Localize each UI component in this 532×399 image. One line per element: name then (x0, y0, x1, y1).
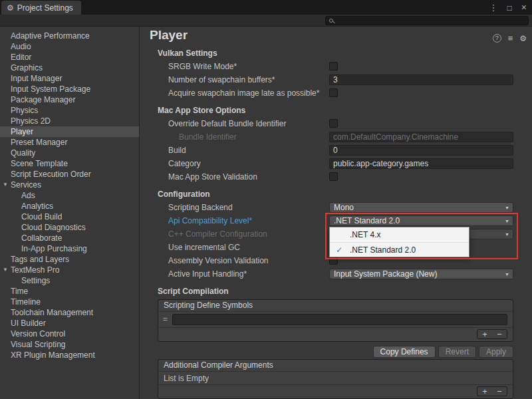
foldout-icon[interactable]: ▼ (3, 265, 8, 275)
sidebar-item-in-app-purchasing[interactable]: In-App Purchasing (0, 243, 139, 254)
settings-gear-icon (7, 3, 14, 13)
help-icon[interactable] (493, 34, 501, 43)
sidebar-item-time[interactable]: Time (0, 286, 139, 297)
dropdown-active-input-handling[interactable]: Input System Package (New)▼ (329, 269, 513, 279)
window-controls (489, 0, 527, 15)
dropdown-scripting-backend[interactable]: Mono▼ (329, 202, 513, 213)
sidebar-item-textmesh-pro[interactable]: ▼TextMesh Pro (0, 265, 139, 275)
additional-compiler-arguments-box: Additional Compiler Arguments List is Em… (158, 359, 513, 399)
field-bundle-identifier[interactable]: com.DefaultCompany.Cinemachine (329, 132, 513, 142)
search-input[interactable] (325, 16, 529, 25)
revert-button[interactable]: Revert (438, 346, 476, 358)
dropdown-api-compatibility-level[interactable]: .NET Standard 2.0▼ (329, 215, 513, 226)
remove-argument-button[interactable]: − (492, 387, 507, 396)
field-number-of-swapchain-buffers[interactable]: 3 (329, 74, 513, 85)
sidebar-item-label: In-App Purchasing (21, 244, 87, 253)
scripting-define-symbols-box: Scripting Define Symbols + − (158, 299, 513, 342)
sidebar-item-ui-builder[interactable]: UI Builder (0, 318, 139, 329)
search-icon (329, 19, 333, 23)
maximize-icon[interactable] (507, 3, 512, 13)
sidebar-item-label: Input System Package (11, 84, 90, 94)
sidebar-item-label: Cloud Diagnostics (21, 223, 86, 232)
kebab-menu-icon[interactable] (489, 3, 498, 13)
api-compatibility-dropdown-menu: .NET 4.x✓.NET Standard 2.0 (329, 227, 469, 257)
toolbar (0, 15, 532, 27)
sidebar-item-services[interactable]: ▼Services (0, 180, 139, 190)
sidebar-item-timeline[interactable]: Timeline (0, 297, 139, 307)
sidebar-item-input-system-package[interactable]: Input System Package (0, 84, 139, 94)
sidebar-item-label: Version Control (11, 329, 65, 338)
close-icon[interactable] (521, 2, 527, 13)
sidebar-item-quality[interactable]: Quality (0, 148, 139, 158)
checkbox-acquire-swapchain-image-late-as-possible[interactable] (329, 88, 338, 97)
field-build[interactable]: 0 (329, 145, 513, 156)
row-label-c-compiler-configuration: C++ Compiler Configuration (168, 229, 267, 239)
sidebar-item-physics-2d[interactable]: Physics 2D (0, 116, 139, 126)
player-settings-panel: Player Vulkan SettingsSRGB Write Mode*Nu… (140, 27, 532, 399)
settings-row-active-input-handling: Active Input Handling*Input System Packa… (140, 267, 532, 281)
option-label: .NET 4.x (350, 230, 380, 239)
sidebar-item-label: Adaptive Performance (11, 31, 90, 41)
checkbox-srgb-write-mode[interactable] (329, 62, 338, 70)
sidebar-item-xr-plugin-management[interactable]: XR Plugin Management (0, 350, 139, 360)
scripting-define-symbols-header: Scripting Define Symbols (158, 300, 513, 312)
row-label-override-default-bundle-identifier: Override Default Bundle Identifier (168, 119, 286, 128)
sidebar-item-physics[interactable]: Physics (0, 105, 139, 116)
settings-row-category: Categorypublic.app-category.games (140, 157, 532, 170)
row-label-acquire-swapchain-image-late-as-possible: Acquire swapchain image late as possible… (168, 88, 319, 98)
sidebar-item-cloud-diagnostics[interactable]: Cloud Diagnostics (0, 222, 139, 233)
window-tab-project-settings[interactable]: Project Settings (1, 1, 81, 15)
sidebar-item-script-execution-order[interactable]: Script Execution Order (0, 169, 139, 180)
checkbox-mac-app-store-validation[interactable] (329, 172, 338, 181)
row-label-active-input-handling: Active Input Handling* (168, 269, 247, 279)
settings-row-number-of-swapchain-buffers: Number of swapchain buffers*3 (140, 73, 532, 86)
dropdown-option-net-standard-2-0[interactable]: ✓.NET Standard 2.0 (330, 242, 469, 257)
sidebar-item-settings[interactable]: Settings (0, 275, 139, 286)
foldout-icon[interactable]: ▼ (3, 180, 8, 190)
sidebar-item-analytics[interactable]: Analytics (0, 201, 139, 211)
sidebar-item-input-manager[interactable]: Input Manager (0, 73, 139, 84)
define-symbol-input[interactable] (172, 314, 507, 325)
sidebar-item-graphics[interactable]: Graphics (0, 63, 139, 73)
add-define-button[interactable]: + (477, 330, 492, 338)
sidebar-item-audio[interactable]: Audio (0, 41, 139, 52)
sidebar-item-tags-and-layers[interactable]: Tags and Layers (0, 254, 139, 265)
sidebar-item-collaborate[interactable]: Collaborate (0, 233, 139, 243)
remove-define-button[interactable]: − (492, 330, 507, 338)
sidebar-item-label: Visual Scripting (11, 340, 66, 349)
sidebar-item-version-control[interactable]: Version Control (0, 329, 139, 339)
dropdown-option-net-4-x[interactable]: .NET 4.x (330, 227, 469, 242)
settings-row-script-compilation: Script Compilation (140, 285, 532, 298)
sidebar-item-package-manager[interactable]: Package Manager (0, 94, 139, 105)
sidebar-item-label: Tags and Layers (11, 255, 69, 264)
sidebar-item-label: Package Manager (11, 95, 75, 104)
field-category[interactable]: public.app-category.games (329, 158, 513, 169)
sidebar-item-label: XR Plugin Management (11, 350, 95, 360)
presets-icon[interactable] (508, 33, 513, 43)
sidebar-item-label: Input Manager (11, 74, 62, 83)
row-label-build: Build (168, 146, 186, 155)
checkbox-override-default-bundle-identifier[interactable] (329, 119, 338, 128)
add-argument-button[interactable]: + (477, 387, 492, 396)
sidebar-item-player[interactable]: Player (0, 126, 139, 137)
row-label-assembly-version-validation: Assembly Version Validation (168, 256, 269, 265)
sidebar-item-label: Physics 2D (11, 116, 51, 126)
apply-button[interactable]: Apply (479, 346, 513, 358)
sidebar-item-editor[interactable]: Editor (0, 52, 139, 63)
sidebar-item-label: Graphics (11, 63, 43, 72)
sidebar-item-scene-template[interactable]: Scene Template (0, 158, 139, 169)
sidebar-item-label: Time (11, 287, 28, 296)
copy-defines-button[interactable]: Copy Defines (373, 346, 436, 358)
sidebar-item-label: UI Builder (11, 319, 46, 328)
sidebar-item-visual-scripting[interactable]: Visual Scripting (0, 339, 139, 350)
drag-handle-icon[interactable] (163, 315, 168, 324)
titlebar: Project Settings (0, 0, 532, 15)
row-label-bundle-identifier: Bundle Identifier (179, 132, 237, 142)
context-menu-gear-icon[interactable] (519, 34, 527, 43)
sidebar-item-ads[interactable]: Ads (0, 190, 139, 201)
empty-list-label: List is Empty (158, 372, 513, 385)
sidebar-item-toolchain-management[interactable]: Toolchain Management (0, 307, 139, 318)
sidebar-item-adaptive-performance[interactable]: Adaptive Performance (0, 31, 139, 41)
sidebar-item-cloud-build[interactable]: Cloud Build (0, 211, 139, 222)
sidebar-item-preset-manager[interactable]: Preset Manager (0, 137, 139, 148)
